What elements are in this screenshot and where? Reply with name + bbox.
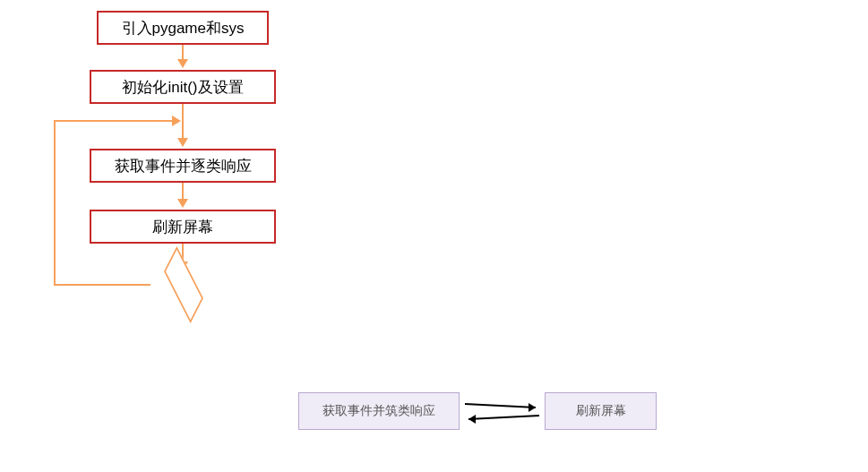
arrow-1-2 [182,45,184,61]
loopback-vertical [54,120,56,286]
step-events-label: 获取事件并逐类响应 [115,156,252,176]
step-import-label: 引入pygame和sys [122,18,245,39]
step-init: 初始化init()及设置 [90,70,276,104]
bidirectional-arrows [460,396,545,426]
step-import: 引入pygame和sys [97,11,269,45]
svg-line-2 [468,416,539,419]
sub-left-box: 获取事件并筑类响应 [298,392,460,430]
loopback-bottom [54,284,150,286]
sub-left-label: 获取事件并筑类响应 [322,403,435,419]
decision-diamond [164,246,203,323]
sub-right-box: 刷新屏幕 [545,392,657,430]
loopback-top [54,120,174,122]
arrow-3-4 [182,183,184,201]
sub-right-label: 刷新屏幕 [576,403,626,419]
arrow-2-3 [182,104,184,140]
step-init-label: 初始化init()及设置 [122,77,243,98]
step-refresh-label: 刷新屏幕 [152,217,213,237]
step-refresh: 刷新屏幕 [90,210,276,244]
svg-line-0 [465,404,536,408]
svg-marker-3 [468,415,476,424]
step-events: 获取事件并逐类响应 [90,149,276,183]
svg-marker-1 [529,403,536,412]
